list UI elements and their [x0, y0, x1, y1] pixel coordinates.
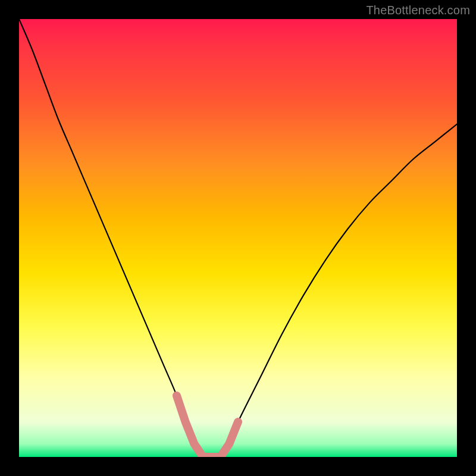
curve-layer — [19, 19, 457, 457]
highlight-marker — [177, 396, 238, 457]
watermark-text: TheBottleneck.com — [366, 4, 470, 17]
chart-frame: TheBottleneck.com — [0, 0, 476, 476]
bottleneck-curve — [19, 19, 457, 457]
plot-area — [19, 19, 457, 457]
